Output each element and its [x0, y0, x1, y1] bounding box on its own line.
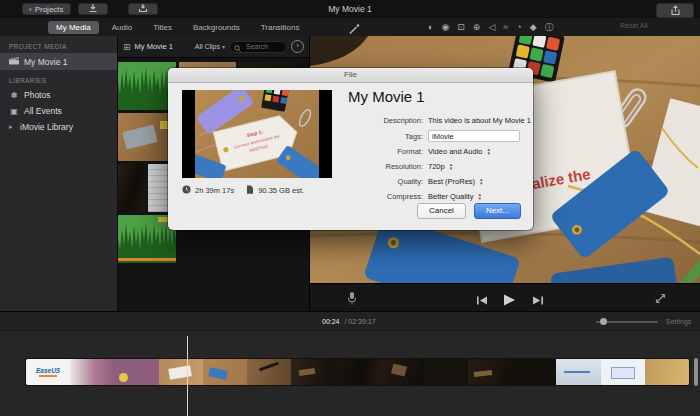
tab-my-media[interactable]: My Media	[48, 21, 99, 34]
tab-titles[interactable]: Titles	[145, 21, 180, 34]
timeline-frame[interactable]: EaseUS	[26, 359, 70, 385]
playhead[interactable]	[187, 336, 188, 416]
color-balance-icon[interactable]: ◉	[441, 20, 449, 34]
total-time: / 02:39:17	[344, 318, 375, 325]
field-format: Format: Video and Audio ▴▾	[348, 146, 528, 157]
stabilization-icon[interactable]: ⊕	[473, 20, 481, 34]
timecode-display: 00:24 / 02:39:17	[322, 318, 376, 325]
tab-transitions[interactable]: Transitions	[253, 21, 308, 34]
timeline-frame[interactable]	[335, 359, 379, 385]
timeline-frame[interactable]	[556, 359, 600, 385]
chevron-down-icon: ▾	[222, 44, 225, 50]
timeline-frame[interactable]	[159, 359, 203, 385]
fullscreen-expand-icon[interactable]	[654, 291, 667, 309]
browser-forward-button[interactable]: ›	[291, 40, 304, 53]
compress-value: Better Quality	[428, 192, 473, 201]
timeline-frame[interactable]	[380, 359, 424, 385]
export-title: My Movie 1	[348, 88, 425, 105]
effects-icon[interactable]: ◆	[530, 20, 537, 34]
timeline-settings-button[interactable]: Settings	[666, 318, 691, 325]
tab-backgrounds[interactable]: Backgrounds	[185, 21, 248, 34]
export-meta: 2h 39m 17s 90.35 GB est.	[182, 185, 304, 196]
duration-value: 2h 39m 17s	[195, 186, 234, 195]
timeline-frame[interactable]	[70, 359, 114, 385]
sidebar-item-my-movie[interactable]: My Movie 1	[0, 53, 117, 70]
next-frame-button[interactable]	[532, 292, 544, 310]
search-field[interactable]	[229, 41, 287, 53]
timeline-header: 00:24 / 02:39:17 Settings	[0, 311, 700, 331]
window-titlebar: ‹ Projects My Movie 1	[0, 0, 700, 19]
noise-reduction-icon[interactable]: ≈	[503, 20, 508, 34]
format-stepper[interactable]: ▴▾	[488, 148, 491, 155]
description-value: This video is about My Movie 1	[428, 116, 531, 125]
export-dialog: File Step 1: Connect and Initialize the …	[168, 68, 533, 230]
field-quality: Quality: Best (ProRes) ▴▾	[348, 176, 528, 187]
sidebar-item-imovie-library[interactable]: ▸ iMovie Library	[0, 119, 117, 135]
sidebar-item-label: iMovie Library	[20, 122, 73, 132]
sidebar-item-label: All Events	[24, 106, 62, 116]
dialog-buttons: Cancel Next...	[417, 203, 521, 219]
search-input[interactable]	[244, 42, 282, 51]
project-media-header: PROJECT MEDIA	[9, 43, 117, 50]
timeline-zoom-slider[interactable]	[596, 321, 658, 323]
timeline-frame[interactable]	[645, 359, 689, 385]
timeline-clip[interactable]: EaseUS	[25, 358, 690, 386]
field-tags: Tags:	[348, 130, 528, 142]
sidebar: PROJECT MEDIA My Movie 1 LIBRARIES ✽ Pho…	[0, 36, 118, 311]
clip-filter-dropdown[interactable]: All Clips ▾	[195, 43, 225, 50]
format-value: Video and Audio	[428, 147, 483, 156]
browser-title: My Movie 1	[135, 42, 173, 51]
sidebar-item-label: My Movie 1	[24, 57, 67, 67]
zoom-slider-thumb[interactable]	[600, 318, 607, 325]
resolution-value: 720p	[428, 162, 445, 171]
imovie-window: ‹ Projects My Movie 1 My Media Audio Tit…	[0, 0, 700, 416]
tags-input[interactable]	[428, 130, 520, 142]
adjustment-toolbar: ◐ ◉ ⊡ ⊕ ◁ ≈ ◔ ◆ ⓘ	[428, 20, 554, 34]
clip-view-toggle-icon[interactable]: ⊞	[123, 42, 131, 52]
cancel-button[interactable]: Cancel	[417, 203, 466, 219]
next-button[interactable]: Next...	[474, 203, 521, 219]
clock-icon	[182, 185, 191, 196]
sidebar-item-all-events[interactable]: ▣ All Events	[0, 103, 117, 119]
sidebar-item-photos[interactable]: ✽ Photos	[0, 87, 117, 103]
playback-controls-bar	[310, 283, 700, 311]
info-icon[interactable]: ⓘ	[545, 20, 554, 34]
timeline-frame[interactable]	[291, 359, 335, 385]
disclosure-triangle-icon[interactable]: ▸	[9, 123, 15, 131]
media-tabs: My Media Audio Titles Backgrounds Transi…	[48, 19, 308, 35]
timeline-frame[interactable]	[424, 359, 468, 385]
crop-icon[interactable]: ⊡	[457, 20, 465, 34]
previous-frame-button[interactable]	[476, 292, 488, 310]
quality-value: Best (ProRes)	[428, 177, 475, 186]
timeline-scrollbar[interactable]	[694, 358, 698, 386]
timeline-frame[interactable]	[247, 359, 291, 385]
window-title: My Movie 1	[0, 4, 700, 14]
tab-toolbar-strip: My Media Audio Titles Backgrounds Transi…	[0, 18, 700, 37]
timeline-frame[interactable]	[203, 359, 247, 385]
timeline-frame[interactable]	[114, 359, 158, 385]
browser-header: ⊞ My Movie 1 All Clips ▾ ›	[118, 36, 309, 58]
color-correction-icon[interactable]: ◐	[428, 20, 433, 34]
sidebar-item-label: Photos	[24, 90, 50, 100]
timeline-frame[interactable]	[468, 359, 512, 385]
volume-icon[interactable]: ◁	[488, 20, 495, 34]
timeline-frame[interactable]	[601, 359, 645, 385]
easeus-logo: EaseUS	[36, 367, 60, 374]
field-description: Description: This video is about My Movi…	[348, 115, 528, 126]
all-events-icon: ▣	[9, 107, 19, 116]
play-button[interactable]	[502, 292, 516, 310]
timeline-frame[interactable]	[512, 359, 556, 385]
video-clip-thumbnail[interactable]	[118, 164, 145, 212]
speed-icon[interactable]: ◔	[516, 20, 521, 34]
quality-stepper[interactable]: ▴▾	[480, 178, 483, 185]
tab-audio[interactable]: Audio	[104, 21, 140, 34]
field-compress: Compress: Better Quality ▴▾	[348, 191, 528, 202]
share-button[interactable]	[656, 3, 694, 18]
search-icon	[234, 38, 241, 56]
compress-stepper[interactable]: ▴▾	[478, 193, 481, 200]
resolution-stepper[interactable]: ▴▾	[450, 163, 453, 170]
export-fields: Description: This video is about My Movi…	[348, 115, 528, 206]
reset-all-button[interactable]: Reset All	[620, 22, 648, 29]
voiceover-mic-icon[interactable]	[346, 291, 358, 309]
timeline: EaseUS	[0, 331, 700, 416]
